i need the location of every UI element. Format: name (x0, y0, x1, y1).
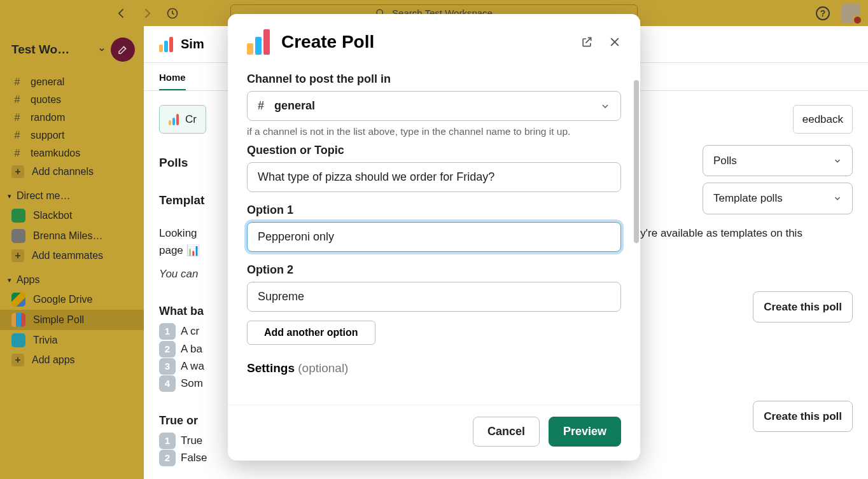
history-icon[interactable] (165, 6, 179, 20)
question-input[interactable] (247, 162, 621, 192)
chevron-down-icon (600, 101, 610, 111)
app-icon (11, 293, 25, 307)
cancel-button[interactable]: Cancel (473, 417, 540, 447)
forward-arrow-icon[interactable] (140, 6, 154, 20)
chevron-down-icon (833, 156, 842, 165)
polls-heading: Polls (159, 153, 188, 172)
channel-help-text: if a channel is not in the list above, t… (247, 126, 621, 137)
avatar-icon (11, 229, 25, 243)
tab-home[interactable]: Home (159, 72, 186, 90)
question-label: Question or Topic (247, 144, 621, 157)
hash-icon: # (258, 99, 264, 113)
add-channels-button[interactable]: +Add channels (0, 162, 144, 181)
sidebar-channel-teamkudos[interactable]: #teamkudos (0, 144, 144, 162)
chevron-down-icon (833, 194, 842, 203)
create-this-poll-button[interactable]: Create this poll (753, 291, 853, 323)
option2-input[interactable] (247, 282, 621, 312)
hash-icon: # (11, 148, 23, 159)
option1-input[interactable] (247, 222, 621, 252)
dropdown-value: Template polls (713, 190, 783, 207)
sidebar-item-label: Slackbot (33, 210, 72, 221)
dm-slackbot[interactable]: Slackbot (0, 205, 144, 226)
sidebar-item-label: support (31, 130, 64, 141)
sidebar-channel-support[interactable]: #support (0, 127, 144, 144)
add-teammates-button[interactable]: +Add teammates (0, 246, 144, 265)
app-icon (11, 313, 25, 327)
section-label: Direct me… (17, 190, 70, 202)
templates-dropdown[interactable]: Template polls (703, 183, 853, 214)
sidebar-item-label: Add channels (32, 166, 94, 177)
workspace-name[interactable]: Test Wo… (11, 43, 94, 57)
create-poll-modal: Create Poll Channel to post the poll in … (228, 14, 640, 461)
app-title: Sim (181, 37, 204, 52)
template-poll-2-title: True or (159, 412, 198, 430)
channel-value: general (274, 99, 315, 113)
sidebar-channel-random[interactable]: #random (0, 109, 144, 127)
add-another-option-button[interactable]: Add another option (247, 321, 375, 345)
sidebar-channel-general[interactable]: #general (0, 73, 144, 91)
templates-heading: Templat (159, 191, 204, 210)
modal-title: Create Poll (281, 32, 571, 52)
hash-icon: # (11, 112, 23, 123)
channel-select[interactable]: # general (247, 91, 621, 121)
sidebar: Test Wo… #general #quotes #random #suppo… (0, 26, 144, 479)
sidebar-item-label: Simple Poll (33, 314, 84, 326)
simple-poll-logo-icon (247, 29, 272, 55)
app-google-drive[interactable]: Google Drive (0, 289, 144, 310)
user-avatar[interactable] (841, 4, 860, 23)
polls-dropdown[interactable]: Polls (703, 145, 853, 176)
simple-poll-logo-icon (159, 37, 174, 52)
sidebar-item-label: Add apps (32, 354, 75, 366)
hash-icon: # (11, 76, 23, 88)
dropdown-value: Polls (713, 152, 737, 169)
add-apps-button[interactable]: +Add apps (0, 351, 144, 370)
back-arrow-icon[interactable] (115, 6, 129, 20)
chevron-down-icon[interactable] (98, 46, 106, 53)
sidebar-item-label: Add teammates (32, 250, 103, 261)
app-trivia[interactable]: Trivia (0, 330, 144, 351)
pill-label: Cr (185, 111, 197, 128)
plus-icon: + (11, 354, 24, 366)
app-simple-poll[interactable]: Simple Poll (0, 310, 144, 330)
option2-label: Option 2 (247, 263, 621, 277)
section-label: Apps (17, 274, 39, 286)
pill-label: eedback (802, 111, 843, 128)
sidebar-item-label: teamkudos (31, 148, 80, 159)
dm-section-header[interactable]: ▾Direct me… (0, 181, 144, 205)
caret-down-icon: ▾ (8, 192, 11, 200)
sidebar-item-label: general (31, 76, 64, 88)
dm-brenna[interactable]: Brenna Miles… (0, 226, 144, 246)
caret-down-icon: ▾ (8, 276, 11, 284)
open-external-icon[interactable] (580, 36, 593, 48)
channel-label: Channel to post the poll in (247, 73, 621, 86)
feedback-pill[interactable]: eedback (793, 105, 853, 134)
preview-button[interactable]: Preview (549, 417, 621, 447)
create-this-poll-button[interactable]: Create this poll (753, 401, 853, 432)
settings-heading: Settings (optional) (247, 361, 621, 375)
avatar-icon (11, 209, 25, 223)
sidebar-item-label: Brenna Miles… (33, 230, 102, 242)
option1-label: Option 1 (247, 204, 621, 217)
sidebar-item-label: Trivia (33, 335, 58, 346)
help-icon[interactable]: ? (816, 6, 830, 20)
create-pill[interactable]: Cr (159, 105, 206, 134)
hash-icon: # (11, 94, 23, 106)
sidebar-channel-quotes[interactable]: #quotes (0, 91, 144, 109)
apps-section-header[interactable]: ▾Apps (0, 265, 144, 289)
close-icon[interactable] (608, 36, 621, 48)
compose-button[interactable] (111, 38, 135, 62)
bar-chart-icon (169, 114, 180, 125)
plus-icon: + (11, 249, 24, 262)
scrollbar-thumb[interactable] (634, 80, 639, 243)
sidebar-item-label: Google Drive (33, 294, 92, 305)
hash-icon: # (11, 130, 23, 141)
app-icon (11, 333, 25, 347)
sidebar-item-label: random (31, 112, 65, 123)
plus-icon: + (11, 165, 24, 178)
sidebar-item-label: quotes (31, 94, 61, 106)
